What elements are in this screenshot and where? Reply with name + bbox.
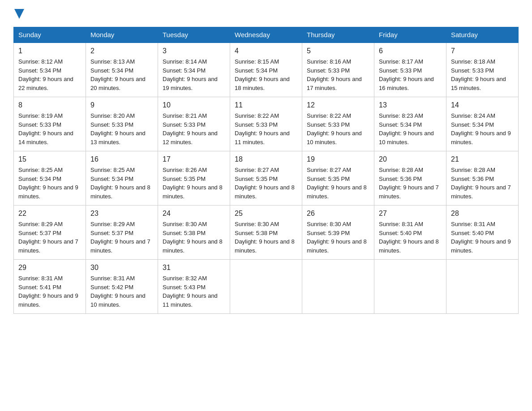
calendar-cell: 11Sunrise: 8:22 AMSunset: 5:33 PMDayligh… <box>230 97 302 151</box>
header-cell-thursday: Thursday <box>302 27 374 43</box>
calendar-cell: 3Sunrise: 8:14 AMSunset: 5:34 PMDaylight… <box>158 43 230 97</box>
calendar-cell <box>230 260 302 314</box>
day-info: Sunrise: 8:25 AMSunset: 5:34 PMDaylight:… <box>18 167 78 200</box>
day-info: Sunrise: 8:32 AMSunset: 5:43 PMDaylight:… <box>163 275 218 308</box>
day-info: Sunrise: 8:31 AMSunset: 5:42 PMDaylight:… <box>90 275 146 308</box>
day-number: 4 <box>235 46 297 56</box>
calendar-cell: 30Sunrise: 8:31 AMSunset: 5:42 PMDayligh… <box>86 260 158 314</box>
day-number: 10 <box>163 100 225 111</box>
calendar-cell: 26Sunrise: 8:30 AMSunset: 5:39 PMDayligh… <box>302 206 374 260</box>
day-number: 21 <box>451 154 514 165</box>
calendar-cell: 4Sunrise: 8:15 AMSunset: 5:34 PMDaylight… <box>230 43 302 97</box>
calendar-cell: 22Sunrise: 8:29 AMSunset: 5:37 PMDayligh… <box>14 206 86 260</box>
header-cell-tuesday: Tuesday <box>158 27 230 43</box>
calendar-week-row: 29Sunrise: 8:31 AMSunset: 5:41 PMDayligh… <box>14 260 519 314</box>
calendar-cell: 23Sunrise: 8:29 AMSunset: 5:37 PMDayligh… <box>86 206 158 260</box>
day-info: Sunrise: 8:12 AMSunset: 5:34 PMDaylight:… <box>18 58 73 91</box>
calendar-cell: 9Sunrise: 8:20 AMSunset: 5:33 PMDaylight… <box>86 97 158 151</box>
header-cell-wednesday: Wednesday <box>230 27 302 43</box>
day-info: Sunrise: 8:25 AMSunset: 5:34 PMDaylight:… <box>90 167 150 200</box>
calendar-cell: 10Sunrise: 8:21 AMSunset: 5:33 PMDayligh… <box>158 97 230 151</box>
calendar-week-row: 1Sunrise: 8:12 AMSunset: 5:34 PMDaylight… <box>14 43 519 97</box>
day-info: Sunrise: 8:19 AMSunset: 5:33 PMDaylight:… <box>18 112 73 146</box>
day-info: Sunrise: 8:23 AMSunset: 5:34 PMDaylight:… <box>379 112 434 146</box>
day-number: 17 <box>163 154 225 165</box>
day-number: 28 <box>451 208 514 219</box>
day-number: 14 <box>451 100 514 111</box>
day-info: Sunrise: 8:30 AMSunset: 5:39 PMDaylight:… <box>307 221 367 254</box>
header-row: SundayMondayTuesdayWednesdayThursdayFrid… <box>14 27 519 43</box>
calendar-cell: 20Sunrise: 8:28 AMSunset: 5:36 PMDayligh… <box>374 151 446 206</box>
day-number: 25 <box>235 208 297 219</box>
day-number: 3 <box>163 46 225 56</box>
calendar-cell: 8Sunrise: 8:19 AMSunset: 5:33 PMDaylight… <box>14 97 86 151</box>
day-number: 22 <box>18 208 81 219</box>
day-info: Sunrise: 8:27 AMSunset: 5:35 PMDaylight:… <box>307 167 367 200</box>
calendar-body: 1Sunrise: 8:12 AMSunset: 5:34 PMDaylight… <box>14 43 519 314</box>
calendar-cell <box>302 260 374 314</box>
day-info: Sunrise: 8:29 AMSunset: 5:37 PMDaylight:… <box>90 221 150 254</box>
day-info: Sunrise: 8:31 AMSunset: 5:41 PMDaylight:… <box>18 275 78 308</box>
day-number: 27 <box>379 208 442 219</box>
day-number: 6 <box>379 46 442 56</box>
day-info: Sunrise: 8:13 AMSunset: 5:34 PMDaylight:… <box>90 58 146 91</box>
calendar-cell: 2Sunrise: 8:13 AMSunset: 5:34 PMDaylight… <box>86 43 158 97</box>
day-info: Sunrise: 8:31 AMSunset: 5:40 PMDaylight:… <box>451 221 511 254</box>
logo-arrow-icon <box>14 9 24 19</box>
day-number: 19 <box>307 154 369 165</box>
day-number: 1 <box>18 46 81 56</box>
day-number: 16 <box>90 154 153 165</box>
calendar-cell: 1Sunrise: 8:12 AMSunset: 5:34 PMDaylight… <box>14 43 86 97</box>
day-info: Sunrise: 8:20 AMSunset: 5:33 PMDaylight:… <box>90 112 146 146</box>
day-info: Sunrise: 8:14 AMSunset: 5:34 PMDaylight:… <box>163 58 218 91</box>
day-number: 9 <box>90 100 153 111</box>
calendar-cell: 29Sunrise: 8:31 AMSunset: 5:41 PMDayligh… <box>14 260 86 314</box>
day-info: Sunrise: 8:28 AMSunset: 5:36 PMDaylight:… <box>451 167 511 200</box>
day-number: 31 <box>163 262 225 273</box>
calendar-table: SundayMondayTuesdayWednesdayThursdayFrid… <box>13 27 519 314</box>
header-cell-monday: Monday <box>86 27 158 43</box>
day-info: Sunrise: 8:21 AMSunset: 5:33 PMDaylight:… <box>163 112 218 146</box>
day-info: Sunrise: 8:30 AMSunset: 5:38 PMDaylight:… <box>235 221 295 254</box>
day-info: Sunrise: 8:24 AMSunset: 5:34 PMDaylight:… <box>451 112 511 146</box>
calendar-cell: 18Sunrise: 8:27 AMSunset: 5:35 PMDayligh… <box>230 151 302 206</box>
day-number: 29 <box>18 262 81 273</box>
calendar-cell: 14Sunrise: 8:24 AMSunset: 5:34 PMDayligh… <box>446 97 519 151</box>
calendar-cell: 27Sunrise: 8:31 AMSunset: 5:40 PMDayligh… <box>374 206 446 260</box>
calendar-cell: 19Sunrise: 8:27 AMSunset: 5:35 PMDayligh… <box>302 151 374 206</box>
page-header <box>13 9 519 18</box>
calendar-week-row: 15Sunrise: 8:25 AMSunset: 5:34 PMDayligh… <box>14 151 519 206</box>
day-number: 24 <box>163 208 225 219</box>
day-number: 11 <box>235 100 297 111</box>
calendar-cell <box>374 260 446 314</box>
calendar-cell: 31Sunrise: 8:32 AMSunset: 5:43 PMDayligh… <box>158 260 230 314</box>
day-number: 30 <box>90 262 153 273</box>
calendar-cell: 15Sunrise: 8:25 AMSunset: 5:34 PMDayligh… <box>14 151 86 206</box>
day-number: 18 <box>235 154 297 165</box>
svg-marker-0 <box>14 9 24 19</box>
calendar-week-row: 8Sunrise: 8:19 AMSunset: 5:33 PMDaylight… <box>14 97 519 151</box>
day-number: 26 <box>307 208 369 219</box>
calendar-cell: 24Sunrise: 8:30 AMSunset: 5:38 PMDayligh… <box>158 206 230 260</box>
calendar-cell: 16Sunrise: 8:25 AMSunset: 5:34 PMDayligh… <box>86 151 158 206</box>
day-info: Sunrise: 8:22 AMSunset: 5:33 PMDaylight:… <box>235 112 290 146</box>
header-cell-sunday: Sunday <box>14 27 86 43</box>
day-info: Sunrise: 8:16 AMSunset: 5:33 PMDaylight:… <box>307 58 362 91</box>
day-info: Sunrise: 8:15 AMSunset: 5:34 PMDaylight:… <box>235 58 290 91</box>
day-info: Sunrise: 8:17 AMSunset: 5:33 PMDaylight:… <box>379 58 434 91</box>
day-number: 8 <box>18 100 81 111</box>
calendar-cell: 6Sunrise: 8:17 AMSunset: 5:33 PMDaylight… <box>374 43 446 97</box>
day-number: 23 <box>90 208 153 219</box>
calendar-cell: 13Sunrise: 8:23 AMSunset: 5:34 PMDayligh… <box>374 97 446 151</box>
calendar-cell: 21Sunrise: 8:28 AMSunset: 5:36 PMDayligh… <box>446 151 519 206</box>
day-info: Sunrise: 8:28 AMSunset: 5:36 PMDaylight:… <box>379 167 439 200</box>
calendar-week-row: 22Sunrise: 8:29 AMSunset: 5:37 PMDayligh… <box>14 206 519 260</box>
header-cell-friday: Friday <box>374 27 446 43</box>
day-number: 2 <box>90 46 153 56</box>
day-number: 13 <box>379 100 442 111</box>
calendar-header: SundayMondayTuesdayWednesdayThursdayFrid… <box>14 27 519 43</box>
calendar-cell: 12Sunrise: 8:22 AMSunset: 5:33 PMDayligh… <box>302 97 374 151</box>
day-info: Sunrise: 8:26 AMSunset: 5:35 PMDaylight:… <box>163 167 223 200</box>
day-info: Sunrise: 8:30 AMSunset: 5:38 PMDaylight:… <box>163 221 223 254</box>
calendar-cell: 17Sunrise: 8:26 AMSunset: 5:35 PMDayligh… <box>158 151 230 206</box>
